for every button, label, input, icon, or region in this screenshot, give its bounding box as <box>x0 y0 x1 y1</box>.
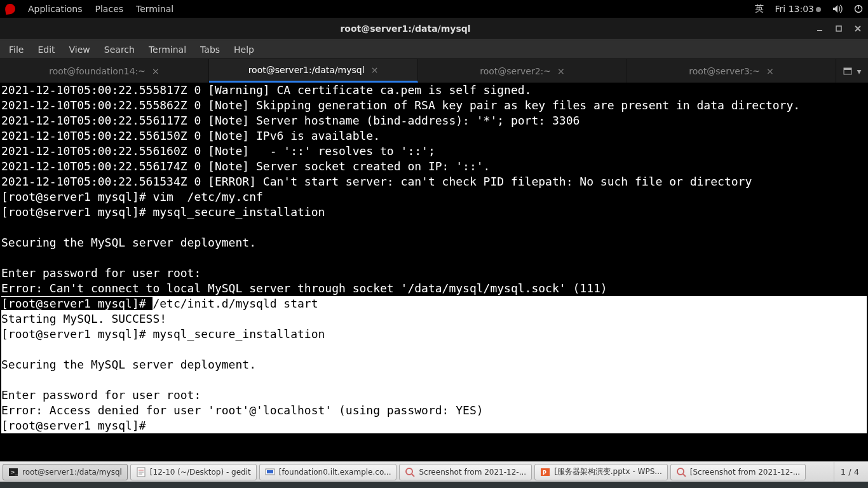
svg-text:>_: >_ <box>10 469 18 475</box>
menu-file[interactable]: File <box>3 42 30 57</box>
power-icon[interactable] <box>854 4 863 13</box>
tab-label: root@foundation14:~ <box>49 66 146 76</box>
distro-icon <box>4 3 17 15</box>
terminal-prompt-final: [root@server1 mysql]# <box>1 419 153 432</box>
terminal-cursor <box>154 419 160 432</box>
taskbar-item-screenshot2[interactable]: [Screenshot from 2021-12-... <box>670 464 806 480</box>
svg-rect-3 <box>836 26 841 31</box>
taskbar-label: root@server1:/data/mysql <box>22 468 122 477</box>
gedit-icon <box>136 467 146 477</box>
svg-line-17 <box>412 474 414 477</box>
clock[interactable]: Fri 13:03 <box>775 4 821 14</box>
terminal-icon: >_ <box>8 467 18 477</box>
applications-menu[interactable]: Applications <box>28 4 83 14</box>
window-titlebar: root@server1:/data/mysql <box>0 17 868 39</box>
tab-label: root@server2:~ <box>480 66 551 76</box>
terminal-menubar: File Edit View Search Terminal Tabs Help <box>0 39 868 58</box>
svg-text:P: P <box>543 470 546 476</box>
terminal-viewport[interactable]: 2021-12-10T05:00:22.555817Z 0 [Warning] … <box>0 83 868 461</box>
tab-label: root@server3:~ <box>689 66 760 76</box>
image-viewer-icon <box>676 467 686 477</box>
close-icon[interactable]: × <box>152 66 159 76</box>
clock-text: Fri 13:03 <box>775 4 814 14</box>
places-menu[interactable]: Places <box>95 4 124 14</box>
menu-view[interactable]: View <box>63 42 97 57</box>
taskbar-label: [服务器架构演变.pptx - WPS... <box>554 466 662 477</box>
workspace-indicator[interactable]: 1 / 4 <box>834 462 865 482</box>
terminal-menu[interactable]: Terminal <box>136 4 173 14</box>
wps-icon: P <box>540 467 550 477</box>
menu-search[interactable]: Search <box>98 42 141 57</box>
terminal-prompt: [root@server1 mysql]# <box>1 297 153 310</box>
minimize-button[interactable] <box>815 24 825 34</box>
image-viewer-icon <box>405 467 415 477</box>
close-icon[interactable]: × <box>371 65 379 75</box>
tab-server2[interactable]: root@server2:~ × <box>418 59 627 83</box>
taskbar-item-gedit[interactable]: [12-10 (~/Desktop) - gedit <box>130 464 257 480</box>
window-title: root@server1:/data/mysql <box>5 24 806 34</box>
svg-point-20 <box>677 468 684 475</box>
close-button[interactable] <box>853 24 863 34</box>
svg-rect-7 <box>844 68 851 70</box>
notification-dot-icon <box>816 7 821 12</box>
volume-icon[interactable] <box>832 4 843 13</box>
tab-server1[interactable]: root@server1:/data/mysql × <box>209 59 418 83</box>
vm-icon <box>265 467 275 477</box>
terminal-output-top: 2021-12-10T05:00:22.555817Z 0 [Warning] … <box>1 83 800 295</box>
close-icon[interactable]: × <box>766 66 774 76</box>
svg-line-21 <box>683 474 686 477</box>
close-icon[interactable]: × <box>557 66 565 76</box>
maximize-button[interactable] <box>834 24 844 34</box>
taskbar-label: Screenshot from 2021-12-... <box>419 468 526 477</box>
taskbar-label: [Screenshot from 2021-12-... <box>690 468 800 477</box>
tab-label: root@server1:/data/mysql <box>248 65 365 75</box>
menu-terminal[interactable]: Terminal <box>142 42 193 57</box>
chevron-down-icon: ▾ <box>857 66 861 76</box>
taskbar-item-virt[interactable]: [foundation0.ilt.example.co... <box>259 464 397 480</box>
taskbar-label: [12-10 (~/Desktop) - gedit <box>150 468 251 477</box>
bottom-taskbar: >_ root@server1:/data/mysql [12-10 (~/De… <box>0 461 868 482</box>
menu-edit[interactable]: Edit <box>31 42 61 57</box>
terminal-tabbar: root@foundation14:~ × root@server1:/data… <box>0 58 868 83</box>
svg-rect-15 <box>267 470 273 473</box>
highlighted-command: /etc/init.d/mysqld start <box>153 297 318 310</box>
svg-point-16 <box>406 468 412 475</box>
taskbar-label: [foundation0.ilt.example.co... <box>279 468 391 477</box>
taskbar-item-terminal[interactable]: >_ root@server1:/data/mysql <box>3 464 128 480</box>
menu-tabs[interactable]: Tabs <box>194 42 226 57</box>
new-tab-button[interactable]: ▾ <box>836 59 868 83</box>
tab-foundation14[interactable]: root@foundation14:~ × <box>0 59 209 83</box>
menu-help[interactable]: Help <box>227 42 261 57</box>
gnome-top-panel: Applications Places Terminal 英 Fri 13:03 <box>0 0 868 17</box>
taskbar-item-wps[interactable]: P [服务器架构演变.pptx - WPS... <box>534 464 668 480</box>
taskbar-item-screenshot1[interactable]: Screenshot from 2021-12-... <box>399 464 532 480</box>
terminal-highlighted-block: [root@server1 mysql]# /etc/init.d/mysqld… <box>1 296 867 433</box>
input-method-indicator[interactable]: 英 <box>755 3 764 15</box>
tab-server3[interactable]: root@server3:~ × <box>627 59 836 83</box>
terminal-output-highlighted: Starting MySQL. SUCCESS! [root@server1 m… <box>1 312 484 417</box>
